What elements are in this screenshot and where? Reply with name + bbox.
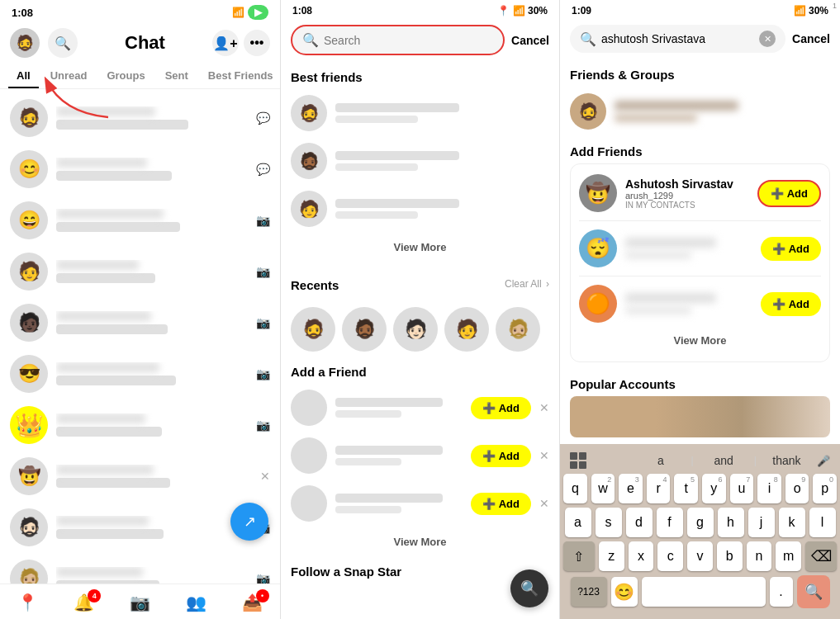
- nav-camera[interactable]: 📷: [130, 593, 150, 612]
- emoji-key[interactable]: 😊: [611, 577, 638, 607]
- view-more-results[interactable]: View More: [579, 326, 821, 355]
- add-button[interactable]: ➕ Add: [471, 397, 531, 419]
- key-f[interactable]: f: [657, 508, 683, 537]
- key-p[interactable]: 0p: [813, 474, 837, 503]
- key-q[interactable]: 1q: [563, 474, 587, 503]
- chat-item[interactable]: 🧑 📷: [0, 246, 280, 297]
- chat-item[interactable]: 🧔 💬: [0, 92, 280, 144]
- chat-name: [56, 311, 151, 321]
- view-more-best-friends[interactable]: View More: [291, 233, 549, 262]
- tab-groups[interactable]: Groups: [98, 64, 153, 88]
- tab-unread[interactable]: Unread: [42, 64, 96, 88]
- key-d[interactable]: d: [626, 508, 653, 537]
- compose-fab[interactable]: ↗: [230, 503, 268, 541]
- tab-best-friends[interactable]: Best Friends: [200, 64, 280, 88]
- time-2: 1:08: [292, 5, 312, 17]
- add-button[interactable]: ➕ Add: [471, 445, 531, 467]
- shift-key[interactable]: ⇧: [563, 541, 595, 571]
- key-j[interactable]: j: [748, 508, 775, 537]
- chat-item[interactable]: 🧔🏼 📷: [0, 553, 280, 584]
- cancel-button-2[interactable]: Cancel: [511, 34, 549, 47]
- key-m[interactable]: m: [776, 541, 801, 571]
- delete-key[interactable]: ⌫: [805, 541, 837, 571]
- recent-avatar[interactable]: 🧑: [444, 307, 489, 352]
- add-button[interactable]: ➕ Add: [471, 493, 531, 515]
- clear-search-button[interactable]: ✕: [759, 31, 776, 47]
- more-button[interactable]: •••: [244, 30, 270, 56]
- search-button[interactable]: 🔍: [48, 28, 78, 58]
- key-t[interactable]: 5t: [674, 474, 698, 503]
- chat-info: [56, 465, 252, 488]
- add-friend-button-3[interactable]: ➕ Add: [761, 292, 821, 316]
- key-w[interactable]: 2w: [591, 474, 615, 503]
- close-icon[interactable]: ✕: [260, 470, 270, 483]
- chat-item[interactable]: 🤠 ✕: [0, 451, 280, 502]
- key-i[interactable]: 8i: [757, 474, 781, 503]
- space-key[interactable]: [642, 577, 766, 607]
- suggestion-a[interactable]: a: [630, 454, 691, 467]
- key-l[interactable]: l: [809, 508, 836, 537]
- key-a[interactable]: a: [565, 508, 591, 537]
- key-u[interactable]: 7u: [730, 474, 754, 503]
- key-n[interactable]: n: [747, 541, 772, 571]
- key-z[interactable]: z: [599, 541, 624, 571]
- cancel-button-3[interactable]: Cancel: [792, 32, 830, 45]
- search-fab[interactable]: 🔍: [510, 569, 548, 607]
- recent-avatar[interactable]: 🧑🏻: [393, 307, 438, 352]
- recent-avatar[interactable]: 🧔🏼: [496, 307, 540, 352]
- search-input[interactable]: [324, 34, 493, 47]
- chat-item[interactable]: 😎 📷: [0, 348, 280, 399]
- dismiss-icon[interactable]: ✕: [539, 401, 549, 414]
- key-c[interactable]: c: [657, 541, 683, 571]
- video-pill[interactable]: ▶: [248, 5, 268, 20]
- chat-item[interactable]: 😊 💬: [0, 144, 280, 195]
- num-key[interactable]: ?123: [571, 577, 607, 607]
- mic-button[interactable]: 🎤: [817, 455, 830, 467]
- key-x[interactable]: x: [629, 541, 654, 571]
- search-input-box[interactable]: 🔍: [291, 25, 505, 55]
- recent-avatar[interactable]: 🧔🏾: [342, 307, 387, 352]
- chat-item[interactable]: 🧑🏿 📷: [0, 297, 280, 348]
- view-more-add-friends[interactable]: View More: [291, 527, 549, 556]
- suggestion-and[interactable]: and: [694, 454, 754, 467]
- suggestion-thank[interactable]: thank: [757, 454, 817, 467]
- dismiss-icon[interactable]: ✕: [539, 449, 549, 462]
- add-friend-button-1[interactable]: ➕ Add: [757, 180, 821, 207]
- key-h[interactable]: h: [718, 508, 744, 537]
- period-key[interactable]: .: [770, 577, 793, 607]
- tab-sent[interactable]: Sent: [157, 64, 197, 88]
- add-friend-item[interactable]: ➕ Add ✕: [291, 480, 549, 527]
- best-friend-item[interactable]: 🧔🏾: [291, 137, 549, 185]
- key-k[interactable]: k: [779, 508, 805, 537]
- keyboard-search-key[interactable]: 🔍: [797, 575, 830, 608]
- key-g[interactable]: g: [687, 508, 714, 537]
- recent-avatar[interactable]: 🧔: [291, 307, 335, 352]
- chat-item[interactable]: 👑 📷: [0, 399, 280, 451]
- key-s[interactable]: s: [596, 508, 622, 537]
- key-b[interactable]: b: [717, 541, 743, 571]
- nav-friends[interactable]: 👥: [186, 593, 206, 612]
- nav-stories[interactable]: 📤 •: [242, 593, 263, 612]
- chat-tail-icon: 📷: [256, 265, 270, 278]
- add-friend-button-2[interactable]: ➕ Add: [761, 237, 821, 261]
- tab-all[interactable]: All: [8, 64, 39, 88]
- chat-item[interactable]: 😄 📷: [0, 195, 280, 246]
- key-o[interactable]: 9o: [785, 474, 809, 503]
- results-search-box[interactable]: 🔍 ✕: [570, 25, 785, 53]
- key-y[interactable]: 6y: [702, 474, 726, 503]
- key-r[interactable]: 4r: [647, 474, 671, 503]
- clear-all-button[interactable]: Clear All ›: [503, 278, 549, 290]
- add-friend-item[interactable]: ➕ Add ✕: [291, 384, 549, 432]
- results-search-input[interactable]: [601, 32, 754, 45]
- best-friend-item[interactable]: 🧑: [291, 185, 549, 233]
- add-friend-button[interactable]: 👤+: [212, 30, 239, 56]
- add-friend-item[interactable]: ➕ Add ✕: [291, 432, 549, 480]
- result-friend-item[interactable]: 🧔: [570, 87, 830, 136]
- key-e[interactable]: 3e: [619, 474, 643, 503]
- key-v[interactable]: v: [687, 541, 713, 571]
- dismiss-icon[interactable]: ✕: [539, 497, 549, 510]
- user-avatar[interactable]: 🧔: [10, 28, 40, 58]
- nav-notifications[interactable]: 🔔 4: [74, 593, 94, 612]
- best-friend-item[interactable]: 🧔: [291, 89, 549, 137]
- nav-map[interactable]: 📍: [17, 593, 38, 612]
